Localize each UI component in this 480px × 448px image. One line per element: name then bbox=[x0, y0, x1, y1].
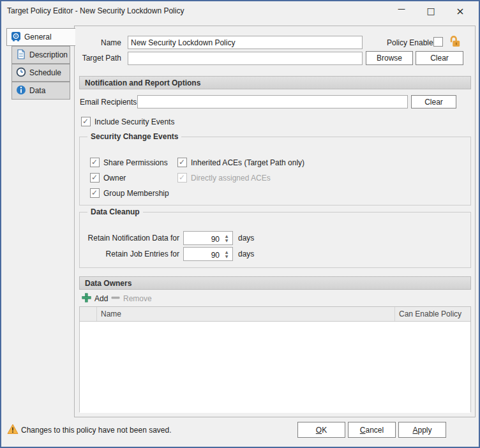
clock-icon bbox=[16, 67, 26, 79]
tab-data-label: Data bbox=[29, 86, 45, 95]
email-recipients-input[interactable] bbox=[137, 95, 408, 108]
retain-job-entries-spinner[interactable]: ▲ ▼ bbox=[183, 247, 233, 261]
cancel-button[interactable]: Cancel bbox=[348, 422, 396, 438]
retain-notification-data-value[interactable] bbox=[184, 233, 220, 246]
spin-down-icon[interactable]: ▼ bbox=[225, 255, 229, 258]
notification-section-header: Notification and Report Options bbox=[79, 76, 471, 89]
retain-job-entries-value[interactable] bbox=[184, 249, 220, 262]
safe-icon bbox=[11, 31, 21, 43]
tab-schedule-label: Schedule bbox=[29, 68, 61, 77]
directly-assigned-aces-checkbox bbox=[177, 173, 187, 183]
close-icon: × bbox=[456, 5, 464, 17]
minus-icon bbox=[111, 293, 120, 304]
maximize-icon: □ bbox=[426, 6, 435, 16]
retain-notification-data-spinner[interactable]: ▲ ▼ bbox=[183, 231, 233, 245]
retain-notification-data-label: Retain Notification Data for bbox=[80, 234, 179, 243]
table-body[interactable] bbox=[80, 322, 470, 413]
maximize-button[interactable]: □ bbox=[416, 1, 446, 20]
warning-icon bbox=[7, 424, 19, 437]
group-membership-label: Group Membership bbox=[103, 189, 169, 198]
add-button-label: Add bbox=[94, 294, 108, 303]
email-recipients-label: Email Recipients bbox=[80, 98, 137, 107]
tab-schedule[interactable]: Schedule bbox=[11, 64, 70, 82]
tab-data[interactable]: Data bbox=[11, 82, 70, 100]
close-button[interactable]: × bbox=[446, 1, 475, 20]
info-icon bbox=[16, 85, 26, 97]
owner-label: Owner bbox=[103, 174, 126, 183]
tab-description-label: Description bbox=[29, 50, 68, 59]
owner-checkbox[interactable] bbox=[90, 173, 100, 183]
remove-button: Remove bbox=[111, 293, 152, 304]
tab-general[interactable]: General bbox=[6, 28, 75, 46]
target-path-clear-button[interactable]: Clear bbox=[416, 51, 463, 65]
include-security-events-label: Include Security Events bbox=[94, 117, 174, 126]
window-controls: — □ × bbox=[387, 1, 475, 20]
plus-icon bbox=[82, 293, 91, 304]
data-owners-table: Name Can Enable Policy bbox=[79, 306, 471, 412]
name-label: Name bbox=[77, 38, 121, 47]
title-bar: Target Policy Editor - New Security Lock… bbox=[1, 1, 479, 20]
ok-button[interactable]: OK bbox=[297, 422, 345, 438]
data-cleanup-group: Data Cleanup Retain Notification Data fo… bbox=[79, 212, 471, 268]
minimize-button[interactable]: — bbox=[387, 1, 416, 20]
document-icon bbox=[16, 49, 26, 61]
share-permissions-label: Share Permissions bbox=[103, 158, 168, 167]
retain-job-days-suffix: days bbox=[238, 250, 254, 258]
spin-up-icon[interactable]: ▲ bbox=[225, 234, 229, 238]
tab-general-label: General bbox=[24, 33, 52, 41]
security-change-events-group: Security Change Events Share Permissions… bbox=[79, 137, 471, 205]
spin-up-icon[interactable]: ▲ bbox=[225, 250, 229, 254]
table-header-indicator bbox=[80, 307, 97, 321]
share-permissions-checkbox[interactable] bbox=[90, 158, 100, 167]
security-change-events-title: Security Change Events bbox=[87, 132, 181, 141]
inherited-aces-label: Inherited ACEs (Target Path only) bbox=[191, 158, 304, 167]
window-title: Target Policy Editor - New Security Lock… bbox=[7, 6, 184, 15]
data-cleanup-title: Data Cleanup bbox=[87, 207, 143, 216]
unsaved-changes-warning: Changes to this policy have not been sav… bbox=[21, 426, 172, 435]
data-owners-section-header: Data Owners bbox=[79, 276, 471, 290]
name-input[interactable] bbox=[128, 36, 363, 49]
tab-description[interactable]: Description bbox=[11, 46, 70, 64]
remove-button-label: Remove bbox=[123, 294, 152, 303]
policy-enabled-checkbox[interactable] bbox=[433, 37, 443, 47]
policy-enabled-label: Policy Enabled bbox=[387, 38, 437, 47]
group-membership-checkbox[interactable] bbox=[90, 188, 100, 198]
add-button[interactable]: Add bbox=[82, 293, 108, 304]
retain-job-entries-label: Retain Job Entries for bbox=[80, 250, 179, 258]
table-header-name[interactable]: Name bbox=[97, 307, 395, 321]
inherited-aces-checkbox[interactable] bbox=[177, 158, 187, 167]
retain-notification-days-suffix: days bbox=[238, 234, 254, 243]
email-clear-button[interactable]: Clear bbox=[411, 95, 456, 108]
target-path-label: Target Path bbox=[73, 54, 121, 63]
target-path-input[interactable] bbox=[128, 52, 363, 65]
directly-assigned-aces-label: Directly assigned ACEs bbox=[191, 174, 271, 183]
minimize-icon: — bbox=[398, 4, 405, 13]
spin-down-icon[interactable]: ▼ bbox=[225, 239, 229, 243]
table-header-can-enable-policy[interactable]: Can Enable Policy bbox=[395, 307, 470, 321]
unlocked-padlock-icon bbox=[448, 34, 462, 50]
table-header-row: Name Can Enable Policy bbox=[80, 307, 470, 322]
browse-button[interactable]: Browse bbox=[366, 51, 413, 65]
target-policy-editor-window: Target Policy Editor - New Security Lock… bbox=[0, 0, 480, 448]
apply-button[interactable]: Apply bbox=[398, 422, 446, 438]
include-security-events-checkbox[interactable] bbox=[81, 117, 91, 126]
